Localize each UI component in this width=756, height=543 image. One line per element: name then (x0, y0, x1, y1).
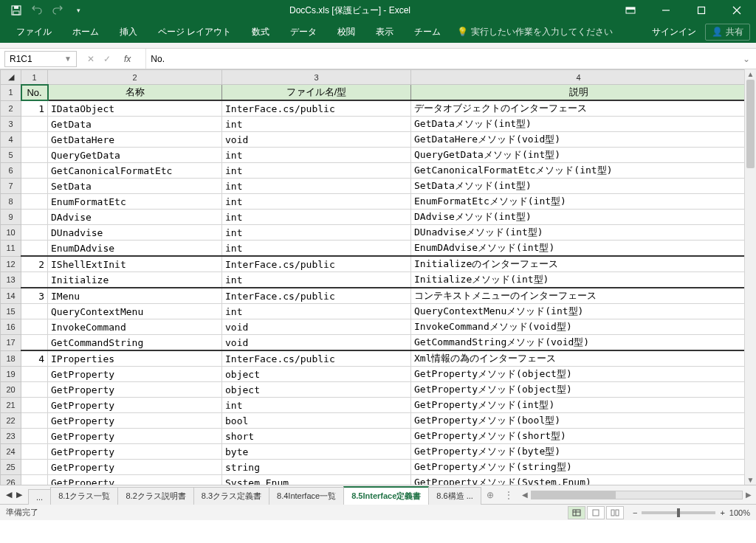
cell[interactable]: GetDataHere (48, 132, 222, 148)
cell[interactable]: byte (222, 444, 411, 460)
cell[interactable]: int (222, 210, 411, 225)
cell[interactable]: string (222, 460, 411, 475)
undo-icon[interactable] (30, 3, 44, 18)
tab-file[interactable]: ファイル (6, 21, 62, 43)
maximize-button[interactable] (685, 0, 718, 21)
cell[interactable]: GetCommandStringメソッド(void型) (411, 335, 745, 351)
name-box[interactable]: R1C1 ▼ (4, 51, 77, 67)
sheet-nav-next-icon[interactable]: ▶ (16, 490, 22, 499)
minimize-button[interactable] (650, 0, 682, 21)
cell[interactable]: IMenu (48, 288, 222, 304)
cell[interactable]: int (222, 241, 411, 257)
cell[interactable]: GetProperty (48, 398, 222, 413)
cell[interactable]: int (222, 179, 411, 194)
horizontal-scrollbar[interactable]: ◀ ▶ (518, 491, 756, 499)
cell[interactable]: コンテキストメニューのインターフェース (411, 288, 745, 304)
add-sheet-button[interactable]: ⊕ (481, 490, 500, 500)
select-all-corner[interactable]: ◢ (1, 70, 21, 85)
cell[interactable] (21, 444, 48, 460)
tab-pagelayout[interactable]: ページ レイアウト (148, 21, 241, 43)
row-header[interactable]: 5 (1, 148, 21, 163)
cell[interactable]: int (222, 148, 411, 163)
row-header[interactable]: 15 (1, 304, 21, 319)
tab-formulas[interactable]: 数式 (241, 21, 280, 43)
cell[interactable]: 4 (21, 350, 48, 367)
cell[interactable]: GetProperty (48, 475, 222, 485)
row-header[interactable]: 7 (1, 179, 21, 194)
grid-table[interactable]: ◢ 1 2 3 4 1 No. 名称 ファイル名/型 説明 21IDataObj… (0, 69, 744, 485)
cell[interactable]: bool (222, 413, 411, 429)
tab-split-handle[interactable]: ⋮ (500, 490, 518, 500)
cell[interactable] (21, 132, 48, 148)
cell[interactable]: GetProperty (48, 460, 222, 475)
cell[interactable]: int (222, 163, 411, 179)
row-header[interactable]: 13 (1, 272, 21, 288)
cell[interactable]: GetCommandString (48, 335, 222, 351)
cell[interactable] (21, 335, 48, 351)
enter-icon[interactable]: ✓ (103, 54, 111, 64)
cell[interactable]: GetProperty (48, 367, 222, 382)
column-header[interactable]: 3 (222, 70, 411, 85)
tab-review[interactable]: 校閲 (327, 21, 365, 43)
cell[interactable]: EnumDAdvise (48, 241, 222, 257)
cell[interactable]: GetData (48, 117, 222, 132)
row-header[interactable]: 24 (1, 444, 21, 460)
row-header[interactable]: 4 (1, 132, 21, 148)
cell[interactable]: object (222, 367, 411, 382)
cell[interactable] (21, 413, 48, 429)
tab-home[interactable]: ホーム (62, 21, 109, 43)
cell[interactable]: InterFace.cs/public (222, 256, 411, 272)
cell[interactable] (21, 398, 48, 413)
cell[interactable] (21, 148, 48, 163)
cell[interactable]: GetPropertyメソッド(System.Enum) (411, 475, 745, 485)
sheet-tab[interactable]: 8.4Interface一覧 (269, 487, 344, 505)
cell[interactable]: void (222, 132, 411, 148)
cell[interactable]: GetPropertyメソッド(string型) (411, 460, 745, 475)
cell[interactable] (21, 241, 48, 257)
cell[interactable] (21, 460, 48, 475)
cell[interactable]: InterFace.cs/public (222, 350, 411, 367)
row-header[interactable]: 1 (1, 85, 21, 101)
row-header[interactable]: 21 (1, 398, 21, 413)
cell[interactable]: GetPropertyメソッド(short型) (411, 429, 745, 444)
cell[interactable]: QueryContextMenu (48, 304, 222, 319)
cell[interactable]: void (222, 319, 411, 335)
zoom-level[interactable]: 100% (729, 508, 750, 517)
cell[interactable]: IShellExtInit (48, 256, 222, 272)
cell[interactable]: GetPropertyメソッド(object型) (411, 382, 745, 398)
cell[interactable]: DAdvise (48, 210, 222, 225)
cell[interactable] (21, 475, 48, 485)
cell[interactable]: SetDataメソッド(int型) (411, 179, 745, 194)
row-header[interactable]: 14 (1, 288, 21, 304)
cell[interactable]: GetDataメソッド(int型) (411, 117, 745, 132)
cell[interactable]: int (222, 272, 411, 288)
cell[interactable] (21, 382, 48, 398)
cell[interactable] (21, 272, 48, 288)
cell[interactable]: void (222, 335, 411, 351)
cell[interactable]: Xml情報の為のインターフェース (411, 350, 745, 367)
save-icon[interactable] (9, 3, 24, 18)
view-pagelayout-button[interactable] (587, 506, 605, 519)
sheet-tab[interactable]: 8.6構造 ... (428, 487, 481, 505)
cell[interactable]: int (222, 225, 411, 241)
redo-icon[interactable] (50, 3, 65, 18)
cell[interactable]: QueryGetDataメソッド(int型) (411, 148, 745, 163)
cell[interactable]: 3 (21, 288, 48, 304)
cell[interactable]: GetProperty (48, 429, 222, 444)
cell[interactable] (21, 367, 48, 382)
cell[interactable]: DUnadviseメソッド(int型) (411, 225, 745, 241)
chevron-down-icon[interactable]: ▼ (64, 55, 72, 63)
row-header[interactable]: 2 (1, 100, 21, 117)
expand-formula-bar-icon[interactable]: ⌄ (737, 54, 756, 64)
row-header[interactable]: 17 (1, 335, 21, 351)
cell[interactable] (21, 319, 48, 335)
zoom-out-button[interactable]: − (633, 508, 637, 517)
scrollbar-thumb[interactable] (746, 80, 755, 168)
scroll-right-icon[interactable]: ▶ (746, 491, 752, 499)
cell[interactable]: IDataObject (48, 100, 222, 117)
cell[interactable]: Initializeメソッド(int型) (411, 272, 745, 288)
cell[interactable]: Initialize (48, 272, 222, 288)
row-header[interactable]: 23 (1, 429, 21, 444)
cell[interactable] (21, 429, 48, 444)
cell[interactable]: GetCanonicalFormatEtcメソッド(int型) (411, 163, 745, 179)
